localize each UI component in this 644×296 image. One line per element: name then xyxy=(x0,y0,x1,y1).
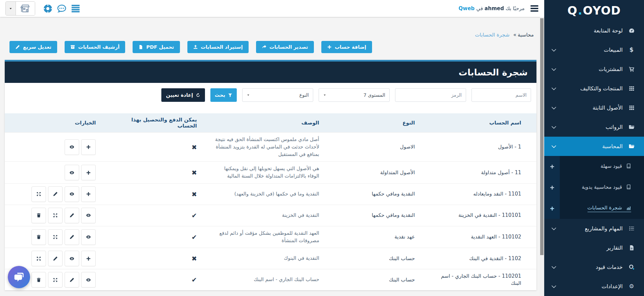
sidebar-item-6[interactable]: المحاسبة xyxy=(544,137,644,156)
help-life-ring-icon[interactable] xyxy=(43,4,52,13)
folder-icon xyxy=(628,124,635,130)
eye-action-button[interactable] xyxy=(81,208,96,223)
move-action-button[interactable] xyxy=(48,229,63,245)
book-icon xyxy=(626,184,631,189)
pencil-action-button[interactable] xyxy=(65,208,79,223)
account-name-cell: 1101 - النقد ومايعادله xyxy=(430,183,536,205)
sidebar-item-3[interactable]: المنتجات والتكاليف xyxy=(544,79,644,98)
plus-action-button[interactable] xyxy=(81,139,96,155)
table-row: 110201 - حساب البنك الجاري - اسم البنكحس… xyxy=(5,269,536,291)
storefront-building-icon xyxy=(20,3,30,14)
account-type-cell: الأصول المتداولة xyxy=(335,162,430,184)
toolbar-button-5[interactable]: تعديل سريع xyxy=(9,41,57,53)
book-icon xyxy=(626,163,631,168)
toolbar-button-label: تعديل سريع xyxy=(23,44,51,50)
code-filter-input[interactable] xyxy=(395,88,466,102)
table-body: 1 - الأصولالاصولأصل مادي ملموس اكتسبت ال… xyxy=(5,133,536,291)
plus-action-button[interactable] xyxy=(81,186,96,202)
toolbar-button-3[interactable]: تحميل PDF xyxy=(133,41,180,53)
move-icon xyxy=(36,256,41,261)
move-icon xyxy=(36,191,41,197)
move-action-button[interactable] xyxy=(48,272,63,288)
eye-action-button[interactable] xyxy=(65,165,79,180)
sidebar-item-2[interactable]: المشتريات xyxy=(544,60,644,79)
toolbar-button-4[interactable]: أرشيف الحسابات xyxy=(65,41,125,53)
payable-check-mark: ✔ xyxy=(111,226,212,248)
move-action-button[interactable] xyxy=(48,208,63,223)
eye-icon xyxy=(69,191,74,197)
plus-icon xyxy=(86,170,91,175)
accounting-submenu: قيود سهلةقيود محاسبية يدويةشجرة الحسابات xyxy=(544,156,644,219)
sidebar-item-4[interactable]: الأصول الثابتة xyxy=(544,98,644,117)
payable-x-mark: ✖ xyxy=(111,133,212,162)
sidebar-item-label: المبيعات xyxy=(604,47,623,53)
plus-action-button[interactable] xyxy=(81,251,96,266)
welcome-message: مرحبًا بك ahmed في Qweb xyxy=(459,5,525,12)
submenu-item-2[interactable]: شجرة الحسابات xyxy=(544,198,644,219)
plus-action-button[interactable] xyxy=(81,165,96,180)
toolbar-button-label: أرشيف الحسابات xyxy=(78,44,119,50)
pencil-action-button[interactable] xyxy=(65,229,79,245)
caret-down-icon xyxy=(323,93,326,97)
pencil-action-button[interactable] xyxy=(48,251,63,266)
sidebar-item-label: لوحة المتابعة xyxy=(594,27,623,34)
accounts-tree-panel: شجرة الحسابات المستوى 7 النوع بحث إعادة … xyxy=(5,60,536,290)
content-scrollbar xyxy=(540,17,544,296)
toolbar-button-0[interactable]: إضافة حساب xyxy=(321,41,372,53)
eye-action-button[interactable] xyxy=(81,272,96,288)
chat-widget-button[interactable] xyxy=(8,266,30,288)
eye-action-button[interactable] xyxy=(81,229,96,245)
type-filter-select[interactable]: النوع xyxy=(242,88,313,102)
submenu-item-1[interactable]: قيود محاسبية يدوية xyxy=(544,177,644,198)
toolbar-button-2[interactable]: إستيراد الحسابات xyxy=(187,41,249,53)
toolbar-button-1[interactable]: تصدير الحسابات xyxy=(256,41,314,53)
storefront-icon[interactable] xyxy=(16,2,35,15)
report-icon xyxy=(628,245,635,251)
list-icon[interactable] xyxy=(71,4,80,13)
reset-button[interactable]: إعادة تعيين xyxy=(161,88,205,102)
search-button[interactable]: بحث xyxy=(210,88,237,102)
submenu-add-button[interactable] xyxy=(544,198,560,219)
chart-icon xyxy=(626,205,631,210)
column-header-4: الخيارات xyxy=(5,113,111,133)
sidebar-item-0[interactable]: لوحة المتابعة xyxy=(544,21,644,40)
eye-action-button[interactable] xyxy=(65,139,79,155)
move-action-button[interactable] xyxy=(31,186,46,202)
sidebar-item-9[interactable]: خدمات قيود xyxy=(544,257,644,277)
sidebar-item-10[interactable]: ⚙الإعدادات xyxy=(544,277,644,296)
panel-header: شجرة الحسابات xyxy=(5,60,536,83)
submenu-add-button[interactable] xyxy=(544,156,560,177)
sidebar-item-7[interactable]: المهام والمشاريع xyxy=(544,219,644,238)
trash-action-button[interactable] xyxy=(31,208,46,223)
eye-action-button[interactable] xyxy=(65,251,79,266)
pencil-action-button[interactable] xyxy=(48,186,63,202)
submenu-item-0[interactable]: قيود سهلة xyxy=(544,156,644,177)
sidebar-item-1[interactable]: $المبيعات xyxy=(544,40,644,60)
organization-name[interactable]: Qweb xyxy=(459,5,475,12)
sidebar-item-8[interactable]: التقارير xyxy=(544,238,644,257)
trash-action-button[interactable] xyxy=(31,272,46,288)
plus-icon xyxy=(550,164,555,169)
sidebar-item-5[interactable]: الرواتب xyxy=(544,117,644,137)
trash-action-button[interactable] xyxy=(31,229,46,245)
chat-bubble-icon[interactable] xyxy=(57,4,66,13)
submenu-add-button[interactable] xyxy=(544,177,560,198)
move-action-button[interactable] xyxy=(31,251,46,266)
chevron-down-icon xyxy=(551,47,557,53)
breadcrumb-parent[interactable]: محاسبة xyxy=(518,32,534,38)
scrollbar-thumb[interactable] xyxy=(540,18,544,255)
import-icon xyxy=(193,45,198,49)
grid-icon xyxy=(628,105,635,111)
store-dropdown-caret-icon[interactable] xyxy=(6,2,16,15)
level-filter-select[interactable]: المستوى 7 xyxy=(319,88,390,102)
table-header: اسم الحسابالنوعالوصفيمكن الدفع والتحصيل … xyxy=(5,113,536,133)
name-filter-input[interactable] xyxy=(472,88,531,102)
level-filter-value: المستوى 7 xyxy=(363,92,385,98)
hamburger-menu-icon[interactable] xyxy=(530,4,539,13)
header-right-group: مرحبًا بك ahmed في Qweb xyxy=(459,4,539,13)
eye-icon xyxy=(69,256,74,261)
pencil-action-button[interactable] xyxy=(65,272,79,288)
plus-icon xyxy=(86,191,91,197)
eye-action-button[interactable] xyxy=(65,186,79,202)
payable-check-mark: ✔ xyxy=(111,269,212,291)
